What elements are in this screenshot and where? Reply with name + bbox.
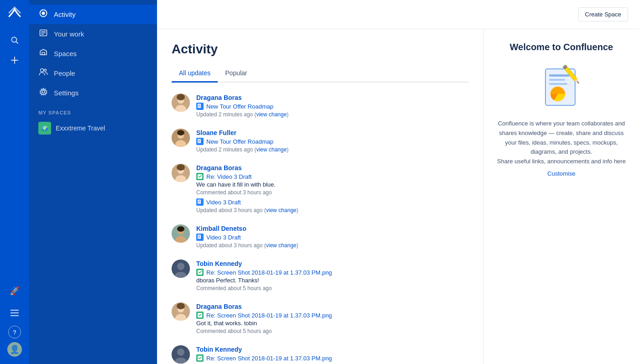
app-logo[interactable] (7, 5, 22, 22)
page-link-row: Video 3 Draft (196, 234, 469, 241)
meta-text: Commented about 5 hours ago (196, 285, 469, 291)
activity-content: Dragana Boras Re: Video 3 Draft We can h… (196, 164, 469, 213)
page-link-row: Re: Screen Shot 2018-01-19 at 1.37.03 PM… (196, 269, 469, 276)
activity-item: Tobin Kennedy Re: Screen Shot 2018-01-19… (172, 345, 469, 364)
comment-text: We can have it fill in with blue. (196, 181, 469, 188)
activity-icon (38, 9, 48, 20)
activity-content: Sloane Fuller New Tour Offer Roadmap (196, 129, 469, 153)
svg-rect-66 (549, 74, 570, 77)
svg-point-22 (177, 94, 185, 100)
page-link[interactable]: Re: Screen Shot 2018-01-19 at 1.37.03 PM… (206, 312, 332, 319)
sidebar-item-settings[interactable]: Settings (29, 83, 157, 103)
page-link-row: Re: Screen Shot 2018-01-19 at 1.37.03 PM… (196, 312, 469, 319)
tabs: All updates Popular (172, 66, 469, 83)
page-link-row: Re: Video 3 Draft (196, 173, 469, 180)
sidebar-item-people-label: People (54, 69, 75, 77)
page-icon (196, 234, 204, 241)
view-change-link[interactable]: view change (266, 207, 297, 213)
welcome-title: Welcome to Confluence (495, 42, 628, 52)
page-link-row: New Tour Offer Roadmap (196, 103, 469, 110)
search-icon[interactable] (5, 31, 24, 49)
activity-item: Dragana Boras Re: Video 3 Draft We can h… (172, 164, 469, 213)
avatar (172, 94, 190, 112)
avatar (172, 345, 190, 364)
user-name[interactable]: Dragana Boras (196, 164, 242, 172)
avatar (172, 224, 190, 243)
view-change-link[interactable]: view change (256, 146, 287, 153)
avatar (172, 164, 190, 182)
activity-content: Tobin Kennedy Re: Screen Shot 2018-01-19… (196, 345, 469, 364)
sub-meta-text: Updated about 3 hours ago (view change) (196, 207, 469, 213)
tab-popular[interactable]: Popular (218, 66, 254, 83)
main-topbar: Create Space (157, 0, 639, 29)
sidebar-item-spaces[interactable]: Spaces (29, 44, 157, 63)
sidebar-space-exxxtreme[interactable]: 🌍 Exxxtreme Travel (29, 118, 157, 138)
view-change-link[interactable]: view change (256, 111, 287, 118)
page-icon (196, 173, 204, 180)
svg-point-47 (177, 226, 184, 232)
space-exxxtreme-label: Exxxtreme Travel (56, 125, 105, 132)
tab-all-updates[interactable]: All updates (172, 66, 218, 83)
sidebar: Activity Your work Spaces (29, 0, 157, 364)
right-panel: Welcome to Confluence (484, 29, 639, 364)
page-title: Activity (172, 42, 469, 57)
activity-area: Activity All updates Popular Dragana Bor… (157, 29, 484, 364)
svg-text:🌍: 🌍 (42, 125, 48, 131)
user-name[interactable]: Sloane Fuller (196, 129, 236, 136)
user-name[interactable]: Dragana Boras (196, 94, 242, 101)
your-work-icon (38, 29, 48, 39)
page-link[interactable]: Video 3 Draft (206, 234, 241, 241)
page-link[interactable]: Re: Screen Shot 2018-01-19 at 1.37.03 PM… (206, 269, 332, 276)
page-icon (196, 312, 204, 319)
sidebar-item-your-work[interactable]: Your work (29, 24, 157, 44)
sub-page-link[interactable]: Video 3 Draft (206, 199, 241, 206)
svg-rect-67 (549, 79, 565, 81)
user-avatar-icon[interactable]: 👤 (7, 342, 22, 357)
page-icon (196, 103, 204, 110)
page-link[interactable]: Re: Video 3 Draft (206, 173, 251, 180)
activity-content: Dragana Boras New Tour Offer Roadmap (196, 94, 469, 118)
page-icon (196, 269, 204, 276)
space-exxxtreme-icon: 🌍 (38, 122, 51, 135)
page-icon (196, 138, 204, 145)
help-icon[interactable]: ? (8, 326, 21, 338)
activity-content: Tobin Kennedy Re: Screen Shot 2018-01-19… (196, 260, 469, 291)
user-name[interactable]: Dragana Boras (196, 303, 242, 310)
user-name[interactable]: Tobin Kennedy (196, 260, 242, 267)
main-body: Activity All updates Popular Dragana Bor… (157, 29, 639, 364)
user-name[interactable]: Kimball Denetso (196, 225, 246, 232)
avatar (172, 129, 190, 147)
page-link[interactable]: New Tour Offer Roadmap (206, 103, 273, 110)
create-icon[interactable] (5, 51, 24, 69)
spaces-icon (38, 48, 48, 59)
svg-line-1 (16, 42, 18, 44)
create-space-button[interactable]: Create Space (578, 7, 629, 21)
meta-text: Commented about 5 hours ago (196, 328, 469, 334)
customise-link[interactable]: Customise (495, 170, 628, 177)
svg-point-8 (42, 12, 45, 15)
activity-content: Dragana Boras Re: Screen Shot 2018-01-19… (196, 302, 469, 334)
activity-item: Dragana Boras New Tour Offer Roadmap (172, 94, 469, 118)
sidebar-item-people[interactable]: People (29, 63, 157, 83)
activity-item: Tobin Kennedy Re: Screen Shot 2018-01-19… (172, 260, 469, 291)
page-link-row: New Tour Offer Roadmap (196, 138, 469, 145)
user-name[interactable]: Tobin Kennedy (196, 346, 242, 353)
rocket-icon[interactable]: 🚀 (5, 282, 24, 300)
welcome-illustration (495, 60, 628, 110)
svg-point-38 (177, 164, 185, 171)
sidebar-item-spaces-label: Spaces (54, 50, 77, 57)
svg-point-0 (12, 37, 17, 42)
icon-bar: 🚀 ? 👤 (0, 0, 29, 364)
page-link[interactable]: New Tour Offer Roadmap (206, 138, 273, 145)
svg-point-53 (177, 263, 184, 270)
sub-page-row: Video 3 Draft (196, 198, 469, 206)
settings-icon (38, 88, 48, 98)
menu-icon[interactable] (5, 304, 24, 322)
sidebar-item-activity[interactable]: Activity (29, 5, 157, 24)
svg-point-16 (42, 90, 45, 93)
page-link[interactable]: Re: Screen Shot 2018-01-19 at 1.37.03 PM… (206, 355, 332, 362)
svg-point-62 (177, 348, 184, 356)
view-change-link[interactable]: view change (266, 242, 297, 249)
svg-point-30 (177, 130, 184, 135)
activity-item: Dragana Boras Re: Screen Shot 2018-01-19… (172, 302, 469, 334)
